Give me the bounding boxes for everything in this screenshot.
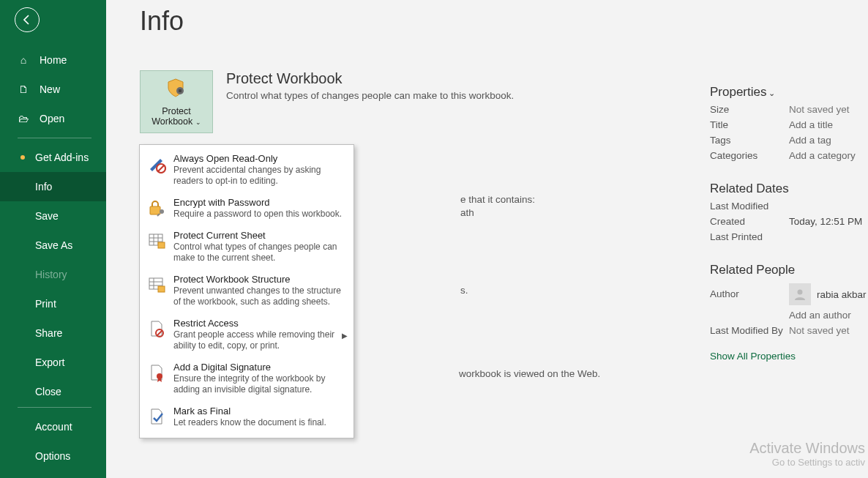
- nav-separator-bottom: [18, 407, 91, 408]
- prop-modby-value: Not saved yet: [789, 325, 850, 336]
- new-icon: 🗋: [18, 83, 29, 95]
- protect-btn-l1: Protect: [162, 106, 191, 116]
- nav-export-label: Export: [35, 356, 64, 368]
- sheet-lock-icon: [147, 231, 166, 250]
- properties-pane: Properties⌄ SizeNot saved yet TitleAdd a…: [710, 85, 868, 362]
- nav-info-label: Info: [35, 181, 52, 193]
- protect-section-title: Protect Workbook: [226, 70, 514, 87]
- svg-point-9: [160, 209, 164, 214]
- prop-printed-label: Last Printed: [710, 231, 789, 242]
- svg-point-23: [157, 373, 162, 379]
- lock-key-icon: [147, 198, 166, 217]
- inspect-hidden-text-1: e that it contains:: [460, 194, 535, 205]
- nav-saveas-label: Save As: [35, 239, 72, 251]
- menu-readonly-title: Always Open Read-Only: [173, 153, 346, 164]
- prop-modby-label: Last Modified By: [710, 325, 789, 336]
- related-dates-header: Related Dates: [710, 182, 868, 196]
- document-prohibit-icon: [147, 319, 166, 338]
- prop-title-label: Title: [710, 119, 789, 130]
- nav-print[interactable]: Print: [0, 289, 106, 318]
- prop-tags-value[interactable]: Add a tag: [789, 135, 831, 146]
- nav-close-label: Close: [35, 386, 61, 397]
- nav-save-as[interactable]: Save As: [0, 231, 106, 260]
- page-title: Info: [140, 6, 868, 37]
- nav-options-label: Options: [35, 450, 70, 462]
- nav-addins-label: Get Add-ins: [35, 152, 89, 163]
- protect-section-desc: Control what types of changes people can…: [226, 90, 514, 101]
- svg-rect-4: [179, 89, 182, 92]
- prop-size-value: Not saved yet: [789, 104, 850, 115]
- menu-encrypt-desc: Require a password to open this workbook…: [173, 209, 342, 220]
- svg-line-7: [158, 165, 164, 171]
- nav-history-label: History: [35, 269, 67, 280]
- menu-sheet-desc: Control what types of changes people can…: [173, 242, 346, 264]
- prop-lastmod-label: Last Modified: [710, 201, 789, 212]
- prop-title-value[interactable]: Add a title: [789, 119, 833, 130]
- nav-new-label: New: [40, 83, 60, 95]
- nav-share[interactable]: Share: [0, 318, 106, 348]
- svg-rect-20: [158, 286, 165, 292]
- prop-categories-value[interactable]: Add a category: [789, 150, 856, 161]
- menu-digital-signature[interactable]: Add a Digital SignatureEnsure the integr…: [140, 357, 353, 401]
- nav-separator: [18, 138, 91, 138]
- nav-open[interactable]: 🗁Open: [0, 104, 106, 133]
- menu-protect-structure[interactable]: Protect Workbook StructurePrevent unwant…: [140, 269, 353, 313]
- windows-activation-watermark: Activate Windows Go to Settings to activ: [749, 440, 868, 468]
- menu-restrict-access[interactable]: Restrict AccessGrant people access while…: [140, 313, 353, 357]
- menu-struct-desc: Prevent unwanted changes to the structur…: [173, 285, 346, 307]
- nav-save-label: Save: [35, 210, 59, 222]
- document-check-icon: [147, 407, 166, 426]
- watermark-line2: Go to Settings to activ: [749, 457, 865, 468]
- menu-restrict-title: Restrict Access: [173, 318, 346, 329]
- nav-close[interactable]: Close: [0, 377, 106, 406]
- protect-workbook-button[interactable]: ProtectWorkbook ⌄: [140, 70, 213, 133]
- chevron-down-icon: ⌄: [195, 119, 201, 126]
- svg-rect-8: [150, 206, 160, 214]
- nav-account-label: Account: [35, 421, 72, 433]
- protect-workbook-menu: Always Open Read-OnlyPrevent accidental …: [139, 144, 354, 438]
- inspect-hidden-text-3: s.: [460, 285, 468, 296]
- chevron-down-icon: ⌄: [768, 89, 775, 97]
- prop-author-label: Author: [710, 288, 789, 299]
- show-all-properties-link[interactable]: Show All Properties: [710, 351, 868, 362]
- protect-btn-l2: Workbook: [151, 116, 192, 127]
- nav-get-addins[interactable]: Get Add-ins: [0, 143, 106, 172]
- menu-struct-title: Protect Workbook Structure: [173, 274, 346, 285]
- svg-point-5: [798, 290, 803, 295]
- workbook-lock-icon: [147, 275, 166, 294]
- add-author-link[interactable]: Add an author: [789, 310, 851, 321]
- inspect-hidden-text-2: ath: [460, 207, 474, 218]
- watermark-line1: Activate Windows: [749, 440, 865, 457]
- nav-export[interactable]: Export: [0, 348, 106, 377]
- menu-protect-sheet[interactable]: Protect Current SheetControl what types …: [140, 225, 353, 269]
- related-people-header: Related People: [710, 263, 868, 277]
- prop-size-label: Size: [710, 104, 789, 115]
- backstage-sidebar: ⌂Home 🗋New 🗁Open Get Add-ins Info Save S…: [0, 0, 106, 478]
- nav-history: History: [0, 260, 106, 289]
- prop-created-label: Created: [710, 216, 789, 227]
- prop-created-value: Today, 12:51 PM: [789, 216, 862, 227]
- menu-mark-final[interactable]: Mark as FinalLet readers know the docume…: [140, 401, 353, 434]
- properties-header[interactable]: Properties⌄: [710, 85, 868, 100]
- menu-sig-desc: Ensure the integrity of the workbook by …: [173, 373, 346, 395]
- prop-tags-label: Tags: [710, 135, 789, 146]
- nav-print-label: Print: [35, 298, 56, 310]
- prop-author-value[interactable]: rabia akbar: [817, 289, 867, 300]
- nav-open-label: Open: [40, 113, 64, 124]
- pencil-prohibit-icon: [147, 154, 166, 173]
- menu-encrypt-password[interactable]: Encrypt with PasswordRequire a password …: [140, 193, 353, 225]
- menu-always-open-readonly[interactable]: Always Open Read-OnlyPrevent accidental …: [140, 149, 353, 193]
- nav-share-label: Share: [35, 327, 62, 339]
- author-avatar: [789, 283, 811, 305]
- nav-home[interactable]: ⌂Home: [0, 45, 106, 75]
- menu-final-desc: Let readers know the document is final.: [173, 417, 326, 428]
- nav-info[interactable]: Info: [0, 172, 106, 201]
- submenu-arrow-icon: ▶: [342, 332, 348, 340]
- addins-badge: [20, 155, 25, 160]
- nav-options[interactable]: Options: [0, 441, 106, 471]
- nav-new[interactable]: 🗋New: [0, 75, 106, 104]
- nav-save[interactable]: Save: [0, 201, 106, 231]
- back-button[interactable]: [15, 7, 40, 32]
- nav-account[interactable]: Account: [0, 412, 106, 441]
- open-icon: 🗁: [18, 113, 29, 124]
